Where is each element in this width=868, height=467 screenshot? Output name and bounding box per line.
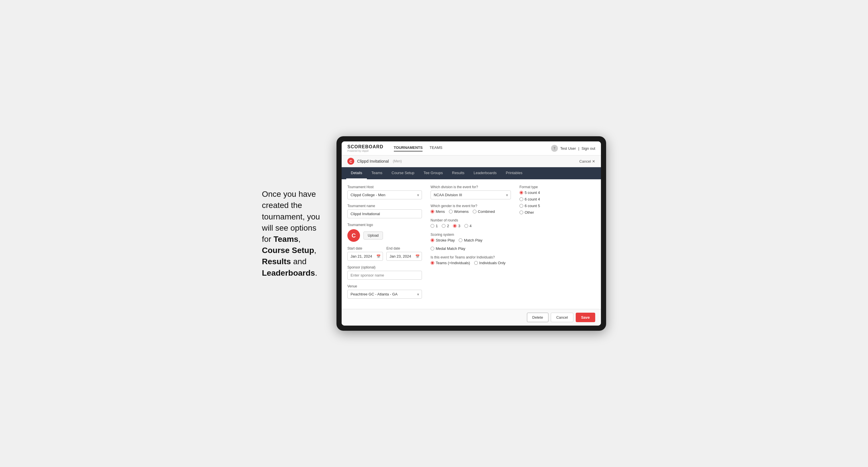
user-area: T Test User | Sign out — [551, 145, 595, 152]
event-for-radio-group: Teams (+Individuals) Individuals Only — [431, 261, 511, 265]
rounds-2-radio[interactable] — [442, 224, 445, 228]
nav-links: TOURNAMENTS TEAMS — [394, 146, 443, 152]
event-teams-label: Teams (+Individuals) — [436, 261, 470, 265]
top-nav: SCOREBOARD Powered by clippd TOURNAMENTS… — [342, 142, 601, 155]
gender-mens-radio[interactable] — [431, 210, 434, 213]
tournament-host-label: Tournament Host — [347, 185, 422, 189]
format-5count4-radio[interactable] — [520, 191, 523, 194]
tab-printables[interactable]: Printables — [501, 167, 527, 179]
tab-results[interactable]: Results — [447, 167, 469, 179]
format-other-radio[interactable] — [520, 211, 523, 214]
gender-group: Which gender is the event for? Mens Wome… — [431, 204, 511, 214]
rounds-4[interactable]: 4 — [464, 224, 472, 228]
gender-mens[interactable]: Mens — [431, 209, 445, 214]
division-select-wrapper: NCAA Division III — [431, 190, 511, 199]
tab-leaderboards[interactable]: Leaderboards — [469, 167, 501, 179]
gender-label: Which gender is the event for? — [431, 204, 511, 208]
rounds-2-label: 2 — [447, 224, 449, 228]
tab-course-setup[interactable]: Course Setup — [387, 167, 419, 179]
gender-combined-label: Combined — [478, 209, 495, 214]
nav-tournaments[interactable]: TOURNAMENTS — [394, 146, 423, 152]
end-date-label: End date — [386, 246, 422, 250]
tournament-name-label: Tournament name — [347, 204, 422, 208]
format-6count4[interactable]: 6 count 4 — [520, 197, 595, 201]
gender-combined[interactable]: Combined — [473, 209, 495, 214]
rounds-3[interactable]: 3 — [453, 224, 460, 228]
delete-button[interactable]: Delete — [527, 313, 549, 322]
format-5count4[interactable]: 5 count 4 — [520, 190, 595, 195]
rounds-1-radio[interactable] — [431, 224, 434, 228]
rounds-2[interactable]: 2 — [442, 224, 449, 228]
tournament-name-input[interactable] — [347, 209, 422, 218]
scoring-stroke-label: Stroke Play — [436, 238, 455, 242]
scoring-match-radio[interactable] — [459, 238, 462, 242]
logo-title: SCOREBOARD — [347, 144, 383, 150]
gender-radio-group: Mens Womens Combined — [431, 209, 511, 214]
start-date-label: Start date — [347, 246, 383, 250]
tab-tee-groups[interactable]: Tee Groups — [419, 167, 447, 179]
cancel-button[interactable]: Cancel — [551, 313, 573, 322]
main-content: Tournament Host Clippd College - Men Tou… — [342, 179, 601, 309]
rounds-1[interactable]: 1 — [431, 224, 438, 228]
venue-group: Venue Peachtree GC - Atlanta - GA — [347, 284, 422, 299]
upload-button[interactable]: Upload — [364, 231, 383, 240]
sponsor-label: Sponsor (optional) — [347, 266, 422, 269]
scoring-medal-radio[interactable] — [431, 247, 434, 250]
start-date-input[interactable] — [347, 252, 383, 261]
gender-womens-radio[interactable] — [449, 210, 453, 213]
rounds-3-label: 3 — [458, 224, 460, 228]
division-select[interactable]: NCAA Division III — [431, 190, 511, 199]
format-6count4-radio[interactable] — [520, 197, 523, 201]
sponsor-input[interactable] — [347, 271, 422, 280]
format-6count5-radio[interactable] — [520, 204, 523, 208]
cancel-top-button[interactable]: Cancel ✕ — [580, 159, 595, 163]
rounds-4-label: 4 — [470, 224, 472, 228]
format-5count4-label: 5 count 4 — [525, 190, 540, 195]
format-6count5[interactable]: 6 count 5 — [520, 204, 595, 208]
nav-teams[interactable]: TEAMS — [429, 146, 442, 152]
gender-womens[interactable]: Womens — [449, 209, 469, 214]
start-date-group: Start date — [347, 246, 383, 261]
scoring-match-label: Match Play — [464, 238, 482, 242]
rounds-3-radio[interactable] — [453, 224, 457, 228]
signout-link[interactable]: Sign out — [582, 146, 595, 151]
format-other[interactable]: Other — [520, 210, 595, 215]
cancel-top-label: Cancel — [580, 159, 591, 163]
scoring-match[interactable]: Match Play — [459, 238, 482, 242]
scoring-stroke[interactable]: Stroke Play — [431, 238, 455, 242]
start-date-wrapper — [347, 252, 383, 261]
sponsor-group: Sponsor (optional) — [347, 266, 422, 280]
event-teams[interactable]: Teams (+Individuals) — [431, 261, 470, 265]
user-label[interactable]: Test User — [560, 146, 576, 151]
scoring-stroke-radio[interactable] — [431, 238, 434, 242]
scoring-label: Scoring system — [431, 232, 511, 237]
tournament-host-group: Tournament Host Clippd College - Men — [347, 185, 422, 199]
logo-preview: C — [347, 229, 360, 242]
bottom-bar: Delete Cancel Save — [342, 309, 601, 325]
format-type-radio-group: 5 count 4 6 count 4 6 count 5 — [520, 190, 595, 215]
venue-select[interactable]: Peachtree GC - Atlanta - GA — [347, 290, 422, 299]
scoring-medal[interactable]: Medal Match Play — [431, 246, 465, 251]
event-individuals[interactable]: Individuals Only — [474, 261, 506, 265]
scoring-group: Scoring system Stroke Play Match Play — [431, 232, 511, 251]
format-type-group: Format type 5 count 4 6 count 4 — [520, 185, 595, 215]
tab-teams[interactable]: Teams — [367, 167, 387, 179]
tournament-host-select[interactable]: Clippd College - Men — [347, 190, 422, 199]
end-date-input[interactable] — [386, 252, 422, 261]
tournament-gender: (Men) — [393, 159, 402, 163]
tournament-name: Clippd Invitational — [357, 159, 389, 163]
rounds-4-radio[interactable] — [464, 224, 468, 228]
event-for-label: Is this event for Teams and/or Individua… — [431, 255, 511, 259]
tournament-host-select-wrapper: Clippd College - Men — [347, 190, 422, 199]
col-right: Format type 5 count 4 6 count 4 — [520, 185, 595, 303]
event-individuals-radio[interactable] — [474, 261, 478, 265]
date-row: Start date End date — [347, 246, 422, 266]
tablet-frame: SCOREBOARD Powered by clippd TOURNAMENTS… — [337, 136, 606, 331]
gender-combined-radio[interactable] — [473, 210, 476, 213]
gender-womens-label: Womens — [454, 209, 469, 214]
rounds-label: Number of rounds — [431, 218, 511, 222]
division-label: Which division is the event for? — [431, 185, 511, 189]
save-button[interactable]: Save — [576, 313, 595, 322]
tab-details[interactable]: Details — [346, 167, 367, 179]
event-teams-radio[interactable] — [431, 261, 434, 265]
